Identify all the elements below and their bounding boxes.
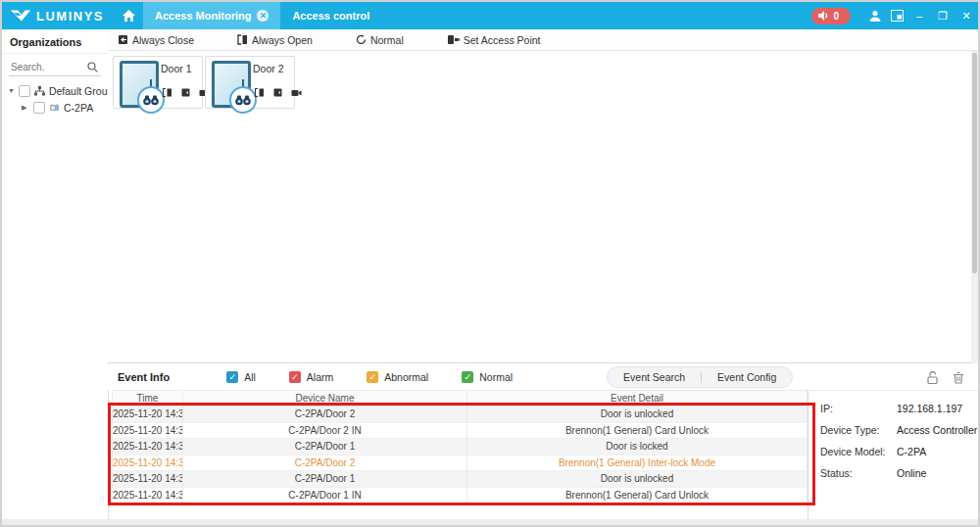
column-header-device: Device Name [183, 390, 467, 407]
alarm-count: 0 [833, 11, 839, 22]
home-icon [122, 10, 135, 22]
tree-checkbox[interactable] [33, 102, 45, 114]
canvas-scrollbar[interactable] [971, 51, 978, 363]
tree-item-default-group[interactable]: ▼ Default Group [2, 82, 108, 99]
checkbox-checked-icon[interactable]: ✓ [226, 371, 238, 383]
device-info-panel: IP: 192.168.1.197 Device Type: Access Co… [808, 390, 978, 519]
cell-time: 2025-11-20 14:39:55 [112, 455, 183, 472]
door-open-icon [237, 34, 248, 45]
sidebar-title: Organizations [2, 29, 108, 54]
trash-icon [953, 371, 964, 384]
tree-checkbox[interactable] [19, 85, 30, 97]
cell-device-name: C-2PA/Door 1 [183, 471, 467, 488]
cell-device-name: C-2PA/Door 2 IN [183, 423, 467, 440]
alarm-counter-button[interactable]: 0 [811, 8, 851, 24]
always-open-button[interactable]: Always Open [237, 34, 313, 46]
table-row[interactable]: 2025-11-20 14:39:59 C-2PA/Door 2 Door is… [112, 407, 808, 423]
organization-tree: ▼ Default Group ▶ C-2PA [2, 82, 108, 116]
info-value: Access Controller [897, 424, 977, 436]
caret-down-icon[interactable]: ▼ [8, 87, 15, 94]
minimize-button[interactable]: – [907, 2, 931, 29]
cell-time: 2025-11-20 14:39:59 [112, 407, 183, 423]
checkbox-checked-icon[interactable]: ✓ [289, 371, 301, 383]
info-label: Device Model: [820, 446, 897, 457]
filter-all[interactable]: ✓ All [226, 371, 256, 383]
caret-right-icon[interactable]: ▶ [22, 104, 29, 112]
table-row[interactable]: 2025-11-20 14:39:56 C-2PA/Door 1 Door is… [112, 439, 808, 455]
search-icon[interactable] [87, 62, 98, 72]
clear-events-button[interactable] [953, 371, 964, 384]
checkbox-checked-icon[interactable]: ✓ [367, 371, 378, 383]
app-logo: LUMINYS [2, 8, 114, 24]
tree-item-label: Default Group [49, 85, 113, 97]
access-point-icon [447, 34, 460, 45]
refresh-icon [356, 34, 367, 45]
filter-label: Alarm [307, 371, 333, 383]
tab-label: Access control [292, 10, 369, 22]
normal-button[interactable]: Normal [356, 34, 404, 46]
event-info-title: Event Info [118, 371, 170, 383]
video-action-icon[interactable] [291, 89, 302, 97]
tab-access-monitoring[interactable]: Access Monitoring ✕ [143, 2, 280, 29]
set-access-point-button[interactable]: Set Access Point [447, 34, 541, 46]
info-label: Status: [820, 467, 897, 479]
tab-label: Access Monitoring [155, 10, 251, 22]
user-icon [869, 10, 881, 22]
group-icon [34, 86, 45, 96]
search-bar [9, 61, 101, 76]
tab-close-icon[interactable]: ✕ [257, 10, 269, 22]
event-info-header: Event Info ✓ All ✓ Alarm ✓ Abnormal ✓ No… [108, 364, 978, 390]
always-close-button[interactable]: Always Close [118, 34, 194, 46]
top-bar: LUMINYS Access Monitoring ✕ Access contr… [2, 2, 978, 29]
binoculars-icon[interactable] [137, 86, 165, 114]
close-button[interactable]: ✕ [955, 2, 978, 29]
unlock-button[interactable] [926, 371, 939, 384]
toolbar-button-label: Always Close [132, 34, 194, 46]
unlock-icon [926, 371, 939, 384]
door-closed-icon [118, 34, 128, 45]
open-door-action-icon[interactable] [163, 88, 172, 97]
column-header-time: Time [112, 390, 183, 407]
scrollbar-thumb[interactable] [972, 53, 977, 273]
user-button[interactable] [864, 2, 886, 29]
table-row[interactable]: 2025-11-20 14:39:59 C-2PA/Door 2 IN Bren… [112, 423, 808, 440]
close-door-action-icon[interactable] [181, 88, 190, 97]
app-window: LUMINYS Access Monitoring ✕ Access contr… [0, 0, 980, 527]
filter-alarm[interactable]: ✓ Alarm [289, 371, 333, 383]
cell-time: 2025-11-20 14:39:59 [112, 423, 183, 440]
cell-event-detail: Door is unlocked [467, 471, 808, 488]
cell-event-detail: Door is locked [467, 439, 808, 455]
tree-item-device[interactable]: ▶ C-2PA [2, 99, 108, 116]
window-bottom-frame [2, 519, 978, 525]
filter-label: Abnormal [384, 371, 428, 383]
info-value: 192.168.1.197 [897, 403, 962, 414]
luminys-logo-icon [10, 8, 31, 24]
cell-device-name: C-2PA/Door 1 [183, 439, 467, 455]
checkbox-checked-icon[interactable]: ✓ [462, 371, 473, 383]
door-card-1[interactable]: Door 1 [113, 56, 203, 109]
event-config-button[interactable]: Event Config [702, 371, 792, 383]
table-row[interactable]: 2025-11-20 14:39:55 C-2PA/Door 2 Brennon… [112, 455, 808, 472]
organizations-sidebar: Organizations ▼ Default Group ▶ [2, 29, 109, 519]
door-card-2[interactable]: Door 2 [205, 56, 295, 109]
table-row[interactable]: 2025-11-20 14:39:53 C-2PA/Door 1 IN Bren… [112, 488, 808, 504]
screen-layout-button[interactable] [886, 2, 907, 29]
table-row[interactable]: 2025-11-20 14:39:53 C-2PA/Door 1 Door is… [112, 471, 808, 488]
toolbar-button-label: Normal [370, 34, 404, 46]
tab-access-control[interactable]: Access control [280, 2, 381, 29]
search-input[interactable] [9, 61, 87, 73]
close-door-action-icon[interactable] [273, 88, 282, 97]
event-search-button[interactable]: Event Search [608, 371, 701, 383]
filter-abnormal[interactable]: ✓ Abnormal [367, 371, 428, 383]
binoculars-icon[interactable] [229, 86, 257, 114]
info-row-device-type: Device Type: Access Controller [820, 424, 978, 436]
screen-layout-icon [891, 10, 904, 22]
filter-normal[interactable]: ✓ Normal [462, 371, 513, 383]
cell-device-name: C-2PA/Door 1 IN [183, 488, 467, 504]
cell-event-detail: Brennon(1 General) Inter-lock Mode [467, 455, 808, 472]
open-door-action-icon[interactable] [255, 88, 265, 97]
filter-label: Normal [479, 371, 513, 383]
cell-time: 2025-11-20 14:39:53 [112, 488, 183, 504]
restore-button[interactable]: ❐ [931, 2, 955, 29]
home-button[interactable] [114, 2, 143, 29]
